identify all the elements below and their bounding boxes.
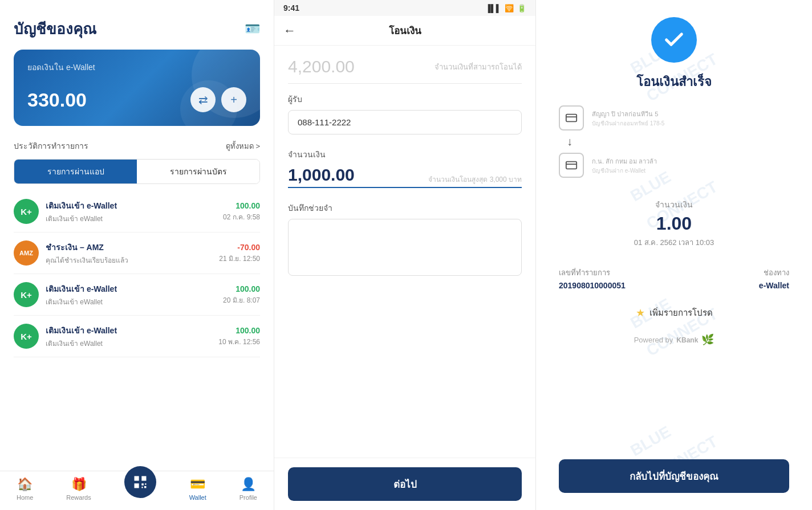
rewards-icon: 🎁 — [71, 477, 87, 492]
tx-number-label: เลขที่ทำรายการ — [559, 267, 626, 279]
to-account-line2: บัญชีเงินฝาก e-Wallet — [592, 166, 657, 175]
bottom-nav: 🏠 Home 🎁 Rewards 💳 Wallet — [0, 471, 274, 510]
nav-wallet-label: Wallet — [189, 494, 206, 501]
tab-card-transactions[interactable]: รายการผ่านบัตร — [137, 160, 259, 183]
tx-info: เติมเงินเข้า e-Wallet เติมเงินเข้า eWall… — [46, 283, 216, 307]
transfer-panel: 9:41 ▐▌▌ 🛜 🔋 ← โอนเงิน 4,200.00 จำนวนเงิ… — [274, 0, 536, 510]
qr-button[interactable] — [124, 466, 156, 498]
tx-amount: -70.00 — [219, 243, 260, 252]
amount-value: 1,000.00 — [288, 165, 355, 185]
success-icon — [651, 17, 697, 63]
kplus-icon: K+ — [14, 324, 39, 349]
tx-sub: คุณได้ชำระเงินเรียบร้อยแล้ว — [46, 255, 212, 266]
amount-section: จำนวนเงิน 1,000.00 จำนวนเงินโอนสูงสุด 3,… — [274, 139, 535, 193]
recipient-input[interactable] — [288, 110, 522, 134]
tx-sub: เติมเงินเข้า eWallet — [46, 338, 212, 349]
to-account-icon — [559, 153, 584, 178]
home-icon: 🏠 — [17, 477, 33, 492]
svg-rect-0 — [134, 476, 139, 481]
tx-right: 100.00 10 พ.ค. 12:56 — [218, 326, 260, 347]
nav-rewards[interactable]: 🎁 Rewards — [66, 477, 91, 501]
phone-time: 9:41 — [283, 3, 299, 13]
powered-text: Powered by — [634, 336, 673, 344]
from-account-line1: สัญญา ปิ ปาลก่อนทีวีน 5 — [592, 109, 664, 119]
note-section: บันทึกช่วยจำ — [274, 193, 535, 283]
wallet-amount: 330.00 — [27, 89, 87, 111]
wallet-card: ยอดเงินใน e-Wallet 330.00 ⇄ + — [14, 50, 260, 126]
nav-wallet[interactable]: 💳 Wallet — [189, 477, 206, 501]
tx-amount: 100.00 — [223, 201, 260, 210]
tx-amount: 100.00 — [218, 326, 260, 335]
transfer-flow: สัญญา ปิ ปาลก่อนทีวีน 5 บัญชีเงินฝากออมท… — [559, 105, 789, 178]
profile-icon: 👤 — [241, 477, 256, 492]
nav-profile[interactable]: 👤 Profile — [239, 477, 257, 501]
transfer-title: โอนเงิน — [389, 23, 421, 38]
success-amount-value: 1.00 — [634, 213, 714, 234]
svg-rect-9 — [566, 162, 576, 169]
success-amount-section: จำนวนเงิน 1.00 01 ส.ค. 2562 เวลา 10:03 — [634, 198, 714, 248]
tx-date: 21 มิ.ย. 12:50 — [219, 253, 260, 264]
tx-name: ชำระเงิน – AMZ — [46, 241, 212, 254]
tx-amount: 100.00 — [223, 284, 260, 293]
battery-icon: 🔋 — [517, 4, 526, 13]
svg-rect-6 — [144, 486, 147, 488]
nav-home-label: Home — [17, 494, 33, 501]
tx-info: ชำระเงิน – AMZ คุณได้ชำระเงินเรียบร้อยแล… — [46, 241, 212, 266]
history-header: ประวัติการทำรายการ ดูทั้งหมด > — [0, 135, 274, 159]
status-bar: 9:41 ▐▌▌ 🛜 🔋 — [274, 0, 535, 16]
tx-date: 10 พ.ค. 12:56 — [218, 336, 260, 347]
kplus-icon: K+ — [14, 199, 39, 224]
transaction-list: K+ เติมเงินเข้า e-Wallet เติมเงินเข้า eW… — [0, 191, 274, 471]
success-date: 01 ส.ค. 2562 เวลา 10:03 — [634, 236, 714, 248]
recipient-section: ผู้รับ — [274, 84, 535, 139]
back-button[interactable]: ← — [283, 23, 296, 38]
tab-app-transactions[interactable]: รายการผ่านแอป — [14, 160, 137, 183]
tx-number-value: 201908010000051 — [559, 281, 626, 290]
amount-label: จำนวนเงิน — [288, 148, 522, 161]
from-account-line2: บัญชีเงินฝากออมทรัพย์ 178-5 — [592, 119, 664, 128]
add-favorite-row[interactable]: ★ เพิ่มรายการโปรด — [636, 306, 713, 320]
svg-rect-7 — [566, 115, 576, 122]
wallet-icon: 💳 — [190, 477, 205, 492]
balance-amount: 4,200.00 — [288, 57, 355, 76]
note-label: บันทึกช่วยจำ — [288, 202, 522, 214]
flow-to: ก.น. สัก กทม อม ลาวล้า บัญชีเงินฝาก e-Wa… — [559, 153, 657, 178]
tx-name: เติมเงินเข้า e-Wallet — [46, 324, 212, 337]
kplus-icon: K+ — [14, 282, 39, 307]
tx-right: -70.00 21 มิ.ย. 12:50 — [219, 243, 260, 264]
tx-name: เติมเงินเข้า e-Wallet — [46, 283, 216, 295]
view-all-link[interactable]: ดูทั้งหมด > — [226, 140, 260, 152]
success-panel: BLUECONNECT BLUECONNECT BLUECONNECT BLUE… — [536, 0, 812, 510]
tx-right: 100.00 02 ก.ค. 9:58 — [223, 201, 260, 222]
list-item[interactable]: AMZ ชำระเงิน – AMZ คุณได้ชำระเงินเรียบร้… — [14, 232, 260, 274]
tx-details: เลขที่ทำรายการ 201908010000051 ช่องทาง e… — [559, 267, 789, 290]
add-money-button[interactable]: + — [221, 87, 246, 112]
success-amount-label: จำนวนเงิน — [634, 198, 714, 211]
next-button[interactable]: ต่อไป — [288, 467, 522, 501]
tx-name: เติมเงินเข้า e-Wallet — [46, 199, 216, 212]
card-icon[interactable]: 🪪 — [245, 22, 260, 36]
balance-label: จำนวนเงินที่สามารถโอนได้ — [435, 61, 522, 73]
transfer-nav: ← โอนเงิน — [274, 16, 535, 46]
flow-arrow: ↓ — [567, 135, 573, 148]
tx-right: 100.00 20 มิ.ย. 8:07 — [223, 284, 260, 305]
flow-from: สัญญา ปิ ปาลก่อนทีวีน 5 บัญชีเงินฝากออมท… — [559, 105, 664, 130]
tx-sub: เติมเงินเข้า eWallet — [46, 296, 216, 307]
transfer-button[interactable]: ⇄ — [190, 87, 216, 112]
tx-sub: เติมเงินเข้า eWallet — [46, 213, 216, 224]
history-title: ประวัติการทำรายการ — [14, 140, 88, 152]
tx-info: เติมเงินเข้า e-Wallet เติมเงินเข้า eWall… — [46, 324, 212, 349]
note-input[interactable] — [288, 219, 522, 276]
powered-row: Powered by KBank 🌿 — [634, 333, 714, 346]
nav-home[interactable]: 🏠 Home — [17, 477, 33, 501]
wifi-icon: 🛜 — [505, 4, 514, 13]
kbank-logo: KBank — [676, 334, 698, 345]
back-to-account-button[interactable]: กลับไปที่บัญชีของคุณ — [559, 459, 789, 493]
list-item[interactable]: K+ เติมเงินเข้า e-Wallet เติมเงินเข้า eW… — [14, 274, 260, 316]
recipient-label: ผู้รับ — [288, 93, 522, 105]
account-panel: บัญชีของคุณ 🪪 ยอดเงินใน e-Wallet 330.00 … — [0, 0, 274, 510]
list-item[interactable]: K+ เติมเงินเข้า e-Wallet เติมเงินเข้า eW… — [14, 316, 260, 357]
nav-qr[interactable] — [124, 480, 156, 498]
transfer-footer: ต่อไป — [274, 458, 535, 510]
list-item[interactable]: K+ เติมเงินเข้า e-Wallet เติมเงินเข้า eW… — [14, 191, 260, 232]
